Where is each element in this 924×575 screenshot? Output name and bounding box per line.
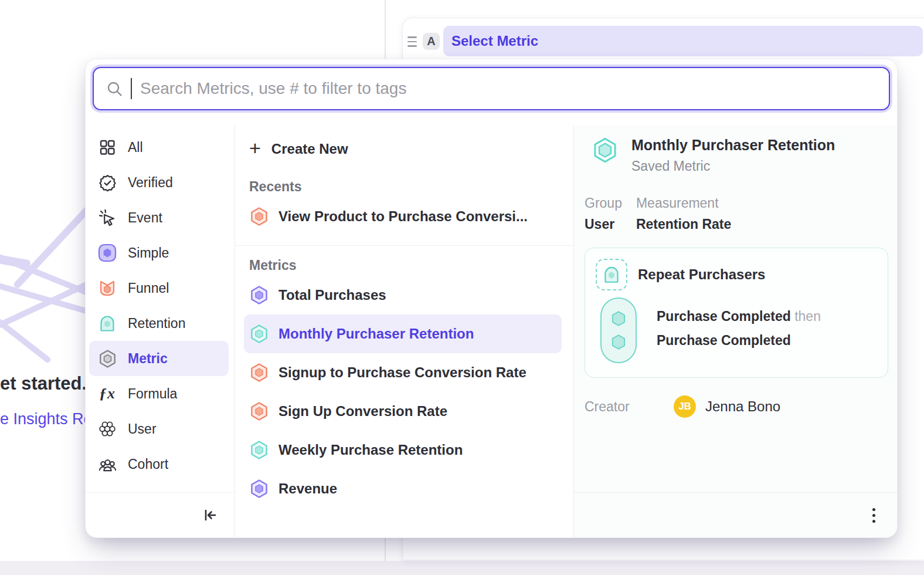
create-new-label: Create New xyxy=(271,141,348,157)
sidebar-item-cohort[interactable]: Cohort xyxy=(89,447,229,482)
retention-definition-icon xyxy=(596,259,627,290)
event-metric-hexagon-icon xyxy=(249,479,269,499)
search-icon xyxy=(107,81,123,97)
metric-item-sign-up-conversion-rate[interactable]: Sign Up Conversion Rate xyxy=(244,392,562,431)
sidebar-item-retention[interactable]: Retention xyxy=(89,306,229,341)
plus-icon: + xyxy=(249,138,261,158)
step-connector: then xyxy=(794,309,821,324)
meta-group: Group User xyxy=(585,195,622,232)
sidebar-item-funnel[interactable]: Funnel xyxy=(89,270,229,306)
definition-card: Repeat Purchasers xyxy=(585,248,888,378)
step-2-event: Purchase Completed xyxy=(657,333,791,348)
select-metric-dropdown[interactable]: Select Metric xyxy=(443,26,923,56)
row-letter-badge: A xyxy=(423,33,440,50)
grid-icon xyxy=(97,138,117,156)
metric-list-column: + Create New Recents View Product to Pur… xyxy=(235,125,574,537)
sidebar-item-all[interactable]: All xyxy=(89,130,229,165)
sidebar-item-label: All xyxy=(128,140,143,155)
creator-row: Creator JB Jenna Bono xyxy=(583,395,888,418)
category-sidebar: All Verified xyxy=(86,125,235,537)
verified-badge-icon xyxy=(97,174,117,192)
funnel-metric-hexagon-icon xyxy=(249,363,269,383)
funnel-icon xyxy=(97,279,117,297)
metrics-section-label: Metrics xyxy=(235,246,573,276)
drag-handle-icon[interactable] xyxy=(405,35,419,47)
sidebar-item-label: Cohort xyxy=(128,456,168,472)
retention-metric-hexagon-icon xyxy=(249,440,269,460)
metric-item-label: Revenue xyxy=(278,481,337,497)
detail-header: Monthly Purchaser Retention Saved Metric xyxy=(583,137,888,174)
background-headline-fragment: et started. xyxy=(0,373,87,394)
sidebar-item-event[interactable]: Event xyxy=(89,200,229,235)
meta-label: Group xyxy=(585,195,622,211)
select-metric-label: Select Metric xyxy=(451,33,538,49)
metric-item-revenue[interactable]: Revenue xyxy=(244,469,562,508)
recents-section-label: Recents xyxy=(235,167,573,197)
metric-picker-modal: All Verified xyxy=(85,59,898,538)
text-caret xyxy=(131,78,132,99)
sidebar-item-label: Metric xyxy=(128,351,168,367)
metric-item-signup-to-purchase-conversion-rate[interactable]: Signup to Purchase Conversion Rate xyxy=(244,353,562,392)
retention-metric-hexagon-icon xyxy=(249,324,269,344)
recent-item-label: View Product to Purchase Conversi... xyxy=(278,208,528,225)
sidebar-item-label: User xyxy=(128,421,157,437)
metric-item-monthly-purchaser-retention[interactable]: Monthly Purchaser Retention xyxy=(244,314,562,353)
background-line-illustration xyxy=(0,188,94,364)
kebab-menu-icon[interactable] xyxy=(869,505,879,526)
detail-title: Monthly Purchaser Retention xyxy=(631,137,835,154)
metric-item-label: Sign Up Conversion Rate xyxy=(278,403,447,420)
recent-item[interactable]: View Product to Purchase Conversi... xyxy=(244,197,562,236)
user-cluster-icon xyxy=(97,420,117,438)
retention-steps-pill xyxy=(600,297,637,363)
metric-item-label: Total Purchases xyxy=(278,287,386,303)
meta-measurement: Measurement Retention Rate xyxy=(636,195,731,232)
metric-detail-panel: Monthly Purchaser Retention Saved Metric… xyxy=(574,125,898,537)
cohort-people-icon xyxy=(97,455,117,474)
definition-title: Repeat Purchasers xyxy=(638,266,765,283)
sidebar-item-simple[interactable]: Simple xyxy=(89,235,229,270)
simple-hexagon-icon xyxy=(97,243,117,262)
sidebar-item-label: Retention xyxy=(128,316,185,332)
detail-meta: Group User Measurement Retention Rate xyxy=(583,195,888,232)
create-new-button[interactable]: + Create New xyxy=(235,131,573,167)
meta-value: Retention Rate xyxy=(636,217,731,232)
step-hexagon-icon xyxy=(610,310,627,327)
sidebar-item-label: Simple xyxy=(128,245,169,261)
sidebar-item-label: Event xyxy=(128,210,162,226)
metric-item-label: Monthly Purchaser Retention xyxy=(278,326,474,342)
metric-query-row: A Select Metric xyxy=(403,18,924,56)
sidebar-item-label: Funnel xyxy=(128,280,169,296)
sidebar-item-metric[interactable]: Metric xyxy=(89,341,229,376)
creator-avatar: JB xyxy=(674,395,696,418)
creator-label: Creator xyxy=(585,399,674,415)
retention-arch-icon xyxy=(97,314,117,333)
saved-metric-hexagon-icon xyxy=(592,137,619,164)
metric-item-weekly-purchase-retention[interactable]: Weekly Purchase Retention xyxy=(244,431,562,469)
funnel-metric-hexagon-icon xyxy=(249,207,269,226)
detail-footer xyxy=(574,492,898,537)
step-hexagon-icon xyxy=(610,334,627,350)
sidebar-item-user[interactable]: User xyxy=(89,411,229,447)
sidebar-item-label: Formula xyxy=(128,386,177,402)
metric-item-label: Signup to Purchase Conversion Rate xyxy=(278,364,526,381)
metric-hexagon-icon xyxy=(97,349,117,368)
event-metric-hexagon-icon xyxy=(249,285,269,305)
creator-name: Jenna Bono xyxy=(705,398,780,415)
search-input[interactable] xyxy=(140,79,876,98)
meta-label: Measurement xyxy=(636,195,731,211)
sidebar-item-label: Verified xyxy=(128,175,173,191)
meta-value: User xyxy=(585,217,622,232)
detail-subtitle: Saved Metric xyxy=(631,158,835,174)
funnel-metric-hexagon-icon xyxy=(249,401,269,421)
metric-item-total-purchases[interactable]: Total Purchases xyxy=(244,276,562,314)
sidebar-item-verified[interactable]: Verified xyxy=(89,165,229,200)
sidebar-footer xyxy=(86,492,235,537)
search-bar[interactable] xyxy=(93,67,890,110)
page-bottom-strip xyxy=(0,561,924,575)
background-insights-link-fragment[interactable]: e Insights Re xyxy=(0,410,93,428)
sidebar-item-formula[interactable]: ƒx Formula xyxy=(89,376,229,411)
collapse-left-icon[interactable] xyxy=(202,507,218,523)
step-1-event: Purchase Completed xyxy=(657,309,791,324)
metric-item-label: Weekly Purchase Retention xyxy=(278,442,463,458)
formula-fx-icon: ƒx xyxy=(97,385,117,402)
